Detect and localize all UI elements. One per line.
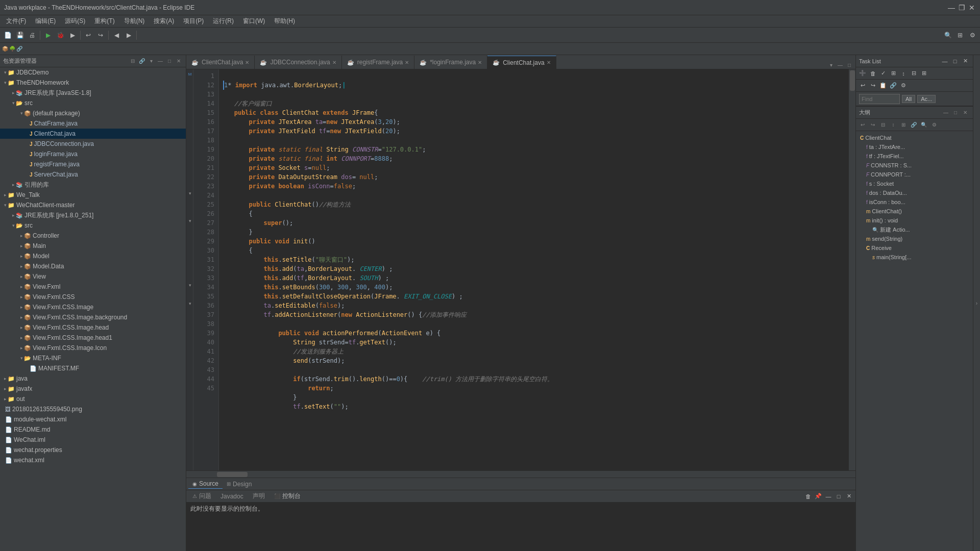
menu-search[interactable]: 搜索(A)	[150, 16, 178, 27]
gutter-collapse-27[interactable]: ▾	[186, 216, 193, 226]
menu-project[interactable]: 项目(P)	[179, 16, 208, 27]
ot-btn5[interactable]: ⊞	[899, 120, 908, 130]
tl-delete-icon[interactable]: 🗑	[868, 69, 877, 78]
outline-item-s[interactable]: f s : Socket	[856, 179, 973, 188]
pkg-tree-item-12[interactable]: ▸📁We_Talk	[0, 190, 186, 200]
pkg-tree-item-36[interactable]: 📄WeChat.iml	[0, 435, 186, 445]
tab-clientchat-active[interactable]: ☕ ClientChat.java ✕	[487, 56, 556, 69]
code-editor[interactable]: M ▾ ▾	[186, 69, 855, 470]
hierarchy-btn[interactable]: 🌳	[9, 46, 15, 52]
pkg-tree-item-27[interactable]: ▸📦View.Fxml.CSS.Image.Icon	[0, 343, 186, 353]
pkg-tree-item-34[interactable]: 📄module-wechat.xml	[0, 414, 186, 424]
pkg-tree-item-3[interactable]: ▾📂src	[0, 98, 186, 108]
code-content[interactable]: 1* import java.awt.BorderLayout;| //客户端窗…	[219, 69, 848, 470]
pkg-close-icon[interactable]: ✕	[175, 57, 183, 65]
tab-maximize-icon[interactable]: □	[845, 61, 853, 69]
perspective-btn[interactable]: ⊞	[954, 30, 966, 41]
pkg-tree-item-26[interactable]: ▸📦View.Fxml.CSS.Image.head1	[0, 333, 186, 343]
search-icon[interactable]: 🔍	[942, 30, 953, 41]
tl-t2[interactable]: ↪	[868, 81, 877, 90]
tl-t5[interactable]: ⚙	[899, 81, 908, 90]
pkg-tree-item-7[interactable]: JJDBCConnection.java	[0, 139, 186, 149]
pkg-tree-item-17[interactable]: ▸📦Main	[0, 241, 186, 251]
tab-close-4[interactable]: ✕	[478, 60, 482, 65]
minimize-btn[interactable]: —	[947, 4, 955, 12]
menu-run[interactable]: 运行(R)	[209, 16, 238, 27]
pkg-tree-item-6[interactable]: JClientChat.java	[0, 129, 186, 139]
outline-item-dos[interactable]: f dos : DataOu...	[856, 188, 973, 197]
menu-refactor[interactable]: 重构(T)	[90, 16, 118, 27]
tab-jdbc[interactable]: ☕ JDBCConnection.java ✕	[255, 56, 341, 69]
outline-item-tf[interactable]: f tf : JTextFiel...	[856, 152, 973, 161]
right-panel-collapse[interactable]: ›	[973, 55, 980, 551]
pkg-tree-item-25[interactable]: ▸📦View.Fxml.CSS.Image.head	[0, 322, 186, 333]
pkg-tree-item-32[interactable]: ▸📁out	[0, 394, 186, 404]
tl-expand-icon[interactable]: ⊞	[919, 69, 928, 78]
tab-login[interactable]: ☕ *loginFrame.java ✕	[414, 56, 487, 69]
tl-new-icon[interactable]: ➕	[858, 69, 867, 78]
tl-collapse-icon[interactable]: ⊟	[909, 69, 918, 78]
pkg-tree-item-5[interactable]: JChatFrame.java	[0, 118, 186, 129]
tl-min-icon[interactable]: —	[940, 57, 949, 66]
pkg-tree-item-2[interactable]: ▸📚JRE系统库 [JavaSE-1.8]	[0, 88, 186, 98]
menu-source[interactable]: 源码(S)	[61, 16, 89, 27]
source-tab[interactable]: ◉ Source	[188, 479, 223, 489]
tl-filter-icon[interactable]: ⊞	[889, 69, 898, 78]
pkg-tree-item-21[interactable]: ▸📦View.Fxml	[0, 282, 186, 292]
console-clear-btn[interactable]: 🗑	[803, 492, 813, 501]
pkg-max-icon[interactable]: □	[165, 57, 174, 65]
pkg-tree-item-19[interactable]: ▸📦Model.Data	[0, 261, 186, 271]
tl-close-icon[interactable]: ✕	[961, 57, 970, 66]
pkg-tree-item-4[interactable]: ▾📦(default package)	[0, 108, 186, 118]
pkg-tree-item-15[interactable]: ▾📂src	[0, 220, 186, 231]
pkg-tree-item-31[interactable]: ▸📁javafx	[0, 384, 186, 394]
menu-file[interactable]: 文件(F)	[2, 16, 30, 27]
pkg-tree-item-29[interactable]: 📄MANIFEST.MF	[0, 363, 186, 373]
btm-tab-javadoc[interactable]: Javadoc	[216, 492, 248, 501]
pkg-btn[interactable]: 📦	[2, 46, 8, 52]
undo-btn[interactable]: ↩	[83, 30, 94, 41]
outline-item-connport[interactable]: F CONNPORT :...	[856, 170, 973, 179]
editor-scrollbar-right[interactable]	[848, 69, 855, 470]
pkg-tree-item-22[interactable]: ▸📦View.Fxml.CSS	[0, 292, 186, 302]
new-btn[interactable]: 📄	[2, 30, 13, 41]
editor-hscrollbar[interactable]	[186, 470, 855, 478]
redo-btn[interactable]: ↪	[95, 30, 106, 41]
ot-btn8[interactable]: ⚙	[929, 120, 939, 130]
outline-item-receive[interactable]: C Receive	[856, 243, 973, 253]
ot-btn2[interactable]: ↪	[868, 120, 877, 130]
ot-btn3[interactable]: ⊟	[878, 120, 888, 130]
tab-close-3[interactable]: ✕	[405, 60, 409, 65]
tl-t3[interactable]: 📋	[878, 81, 888, 90]
menu-window[interactable]: 窗口(W)	[239, 16, 269, 27]
pkg-tree-item-16[interactable]: ▸📦Controller	[0, 231, 186, 241]
settings-icon[interactable]: ⚙	[967, 30, 978, 41]
pkg-tree-item-23[interactable]: ▸📦View.Fxml.CSS.Image	[0, 302, 186, 312]
pkg-tree-item-35[interactable]: 📄README.md	[0, 424, 186, 435]
pkg-min-icon[interactable]: —	[156, 57, 164, 65]
console-close-icon[interactable]: ✕	[844, 492, 853, 501]
outline-item-isconn[interactable]: f isConn : boo...	[856, 197, 973, 207]
ot-btn7[interactable]: 🔍	[919, 120, 928, 130]
console-max-icon[interactable]: □	[834, 492, 843, 501]
tl-sort-icon[interactable]: ↕	[899, 69, 908, 78]
tab-clientchat-1[interactable]: ☕ ClientChat.java ✕	[186, 56, 255, 69]
pkg-tree-item-18[interactable]: ▸📦Model	[0, 251, 186, 261]
gutter-collapse-35[interactable]: ▾	[186, 281, 193, 290]
menu-navigate[interactable]: 导航(N)	[120, 16, 149, 27]
tab-close-1[interactable]: ✕	[245, 60, 249, 65]
console-min-icon[interactable]: —	[824, 492, 833, 501]
tab-close-5[interactable]: ✕	[547, 60, 551, 65]
console-pin-btn[interactable]: 📌	[814, 492, 823, 501]
collapse-all-icon[interactable]: ⊟	[129, 57, 137, 65]
find-ac-btn[interactable]: Ac...	[917, 95, 936, 103]
tab-close-2[interactable]: ✕	[332, 60, 336, 65]
outline-min-icon[interactable]: —	[941, 108, 950, 117]
gutter-collapse-37[interactable]: ▾	[186, 299, 193, 308]
pkg-tree-item-30[interactable]: ▸📁java	[0, 373, 186, 384]
link-btn[interactable]: 🔗	[16, 46, 22, 52]
pkg-tree-item-10[interactable]: JServerChat.java	[0, 169, 186, 180]
tl-max-icon[interactable]: □	[950, 57, 960, 66]
outline-item-send[interactable]: m send(String)	[856, 234, 973, 243]
tl-t1[interactable]: ↩	[858, 81, 867, 90]
